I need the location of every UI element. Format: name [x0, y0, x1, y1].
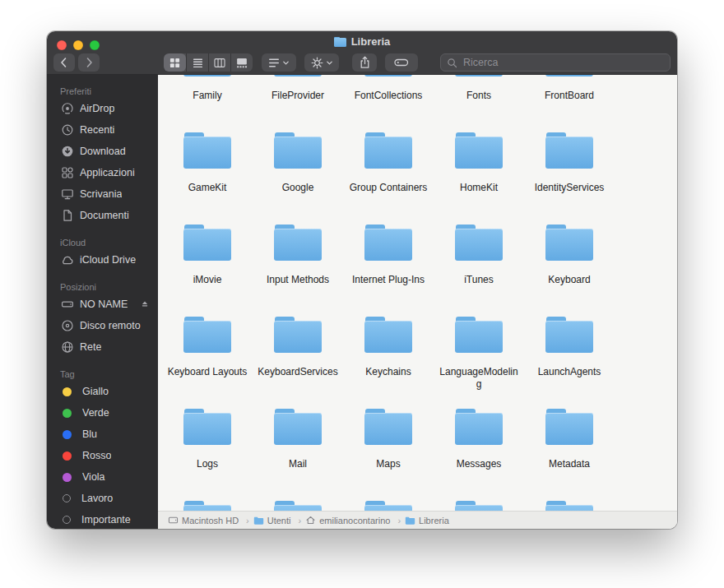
clock-icon — [60, 123, 74, 137]
tag-color-dot — [63, 494, 71, 502]
sidebar-item-label: Disco remoto — [80, 320, 141, 331]
folder-item[interactable]: LaunchAgents — [524, 317, 615, 409]
sidebar-section-tags: Tag — [47, 368, 158, 381]
icloud-list: iCloud Drive — [47, 249, 158, 271]
folder-item[interactable]: Maps — [343, 409, 434, 501]
folder-item[interactable]: Logs — [162, 409, 253, 501]
folder-icon — [545, 132, 593, 169]
folder-item[interactable]: KeyboardServices — [253, 317, 343, 409]
sidebar-item-label: AirDrop — [80, 103, 114, 114]
path-crumb[interactable]: Utenti › — [253, 515, 305, 525]
sidebar-tag-item[interactable]: Verde — [47, 402, 158, 424]
sidebar-item[interactable]: AirDrop — [47, 98, 158, 119]
sidebar-item[interactable]: Scrivania — [47, 183, 158, 205]
sidebar-tag-item[interactable]: Giallo — [47, 381, 158, 402]
folder-label: Fonts — [466, 90, 491, 102]
sidebar-tag-item[interactable]: Lavoro — [47, 488, 158, 509]
document-icon — [60, 209, 74, 223]
folder-grid-viewport[interactable]: Family FileProvider FontCollections — [158, 75, 677, 511]
folder-item[interactable]: Google — [253, 132, 343, 225]
tag-color-dot — [63, 473, 72, 482]
path-crumb[interactable]: Macintosh HD › — [168, 515, 253, 525]
folder-icon — [455, 409, 503, 445]
eject-icon[interactable] — [140, 299, 150, 309]
sidebar-item[interactable]: Rete — [47, 336, 158, 358]
airdrop-icon — [60, 102, 74, 116]
folder-label: Keychains — [365, 366, 411, 378]
titlebar[interactable]: Libreria — [47, 31, 677, 52]
sidebar-item[interactable]: Recenti — [47, 119, 158, 141]
gallery-view-button[interactable] — [230, 53, 253, 72]
action-button[interactable] — [304, 53, 339, 72]
folder-item[interactable]: Keyboard Layouts — [162, 317, 253, 409]
window-header[interactable]: Libreria — [47, 31, 677, 74]
folder-item[interactable]: Fonts — [434, 75, 524, 132]
sidebar-item[interactable]: Download — [47, 141, 158, 162]
folder-label: iTunes — [464, 274, 494, 286]
tag-color-dot — [63, 451, 72, 461]
folder-label: FrontBoard — [545, 90, 594, 102]
folder-label: Keyboard Layouts — [168, 366, 248, 378]
folder-item[interactable]: IdentityServices — [524, 132, 615, 225]
sidebar-item-label: Verde — [82, 407, 109, 419]
folder-item[interactable]: FrontBoard — [524, 75, 615, 132]
folder-item[interactable]: Metadata — [524, 409, 615, 501]
folder-item[interactable]: Messages — [434, 409, 524, 501]
folder-label: KeyboardServices — [258, 366, 337, 378]
folder-icon — [274, 409, 322, 445]
folder-item-partial[interactable] — [524, 501, 615, 511]
search-field[interactable] — [440, 53, 671, 72]
column-view-button[interactable] — [208, 53, 230, 72]
folder-label: Mail — [289, 458, 307, 470]
folder-item[interactable]: Keyboard — [524, 225, 615, 317]
sidebar-section-locations: Posizioni — [47, 280, 158, 294]
folder-item[interactable]: iMovie — [162, 225, 253, 317]
tags-button[interactable] — [385, 53, 418, 72]
folder-item-partial[interactable] — [162, 501, 253, 511]
sidebar-section-favorites: Preferiti — [47, 85, 158, 98]
sidebar-item[interactable]: iCloud Drive — [47, 249, 158, 271]
folder-item[interactable]: Keychains — [343, 317, 434, 409]
folder-item[interactable]: LanguageModeling — [434, 317, 524, 409]
sidebar-item[interactable]: Applicazioni — [47, 162, 158, 183]
folder-item[interactable]: FileProvider — [253, 75, 343, 132]
folder-item[interactable]: FontCollections — [343, 75, 434, 132]
folder-item-partial[interactable] — [253, 501, 343, 511]
sidebar-item[interactable]: Disco remoto — [47, 315, 158, 336]
column-view-icon — [214, 58, 225, 68]
folder-item[interactable]: iTunes — [434, 225, 524, 317]
folder-item[interactable]: Internet Plug-Ins — [343, 225, 434, 317]
folder-item[interactable]: Mail — [253, 409, 343, 501]
forward-button[interactable] — [78, 53, 100, 72]
sidebar-tag-item[interactable]: Viola — [47, 466, 158, 488]
folder-item[interactable]: Family — [162, 75, 253, 132]
sidebar-item[interactable]: Documenti — [47, 205, 158, 226]
folder-item[interactable]: HomeKit — [434, 132, 524, 225]
folder-item[interactable]: GameKit — [162, 132, 253, 225]
sidebar-tag-item[interactable]: Rosso — [47, 445, 158, 466]
path-crumb[interactable]: emilianocontarino › — [305, 515, 405, 525]
sidebar-tag-item[interactable]: Importante — [47, 509, 158, 529]
share-button[interactable] — [352, 53, 377, 72]
toolbar — [47, 51, 677, 74]
folder-icon — [455, 317, 503, 353]
search-input[interactable] — [462, 56, 664, 69]
folder-item[interactable]: Input Methods — [253, 225, 343, 317]
group-button[interactable] — [262, 53, 296, 72]
folder-item[interactable]: Group Containers — [343, 132, 434, 225]
sidebar-item[interactable]: NO NAME — [47, 294, 158, 315]
back-button[interactable] — [53, 53, 75, 72]
folder-icon — [274, 501, 322, 511]
folder-label: Input Methods — [267, 274, 329, 286]
icon-view-button[interactable] — [164, 53, 186, 72]
folder-item-partial[interactable] — [434, 501, 524, 511]
folder-label: LaunchAgents — [538, 366, 601, 378]
path-separator-icon: › — [299, 516, 302, 525]
sidebar-tag-item[interactable]: Blu — [47, 424, 158, 445]
chevron-left-icon — [58, 56, 71, 69]
path-crumb[interactable]: Libreria › — [405, 515, 449, 525]
folder-item-partial[interactable] — [343, 501, 434, 511]
folder-icon — [455, 501, 503, 511]
list-view-button[interactable] — [186, 53, 208, 72]
folder-icon — [253, 515, 264, 525]
